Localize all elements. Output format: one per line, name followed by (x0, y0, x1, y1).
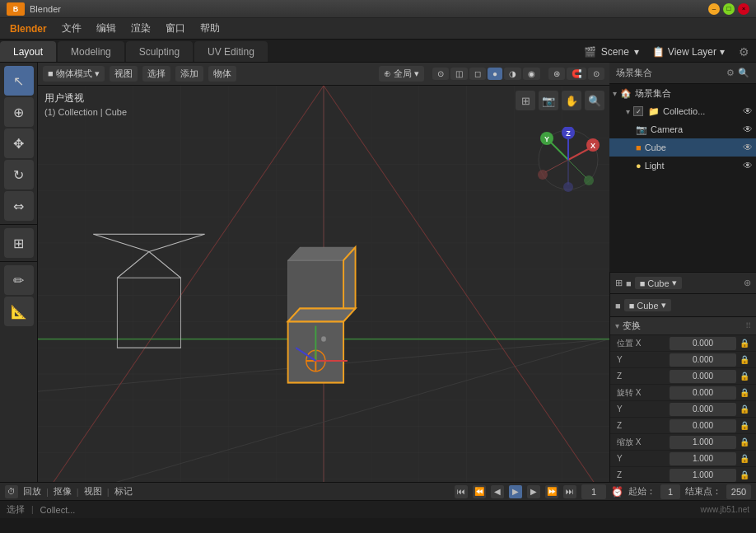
zoom-icon-btn[interactable]: 🔍 (585, 91, 604, 110)
mode-selector[interactable]: ■ 物体模式 ▾ (43, 66, 105, 82)
step-back-btn[interactable]: ◀ (491, 485, 504, 498)
scale-x-lock[interactable]: 🔒 (740, 437, 749, 447)
menu-render[interactable]: 渲染 (124, 20, 157, 37)
next-keyframe-btn[interactable]: ⏩ (545, 485, 558, 498)
scale-z-input[interactable]: 1.000 (670, 469, 736, 482)
end-frame-input[interactable]: 250 (726, 484, 751, 499)
menu-blender[interactable]: Blender (3, 21, 54, 36)
rotate-tool-button[interactable]: ↻ (4, 160, 34, 189)
outliner-camera[interactable]: 📷 Camera 👁 (609, 120, 756, 138)
navigation-gizmo[interactable]: X Y Z (535, 127, 601, 193)
scale-x-input[interactable]: 1.000 (670, 436, 736, 449)
outliner-collectio[interactable]: ▾ ✓ 📁 Collectio... 👁 (609, 102, 756, 120)
outliner-scene-collection[interactable]: ▾ 🏠 场景集合 (609, 84, 756, 102)
watermark-text: www.jb51.net (701, 505, 749, 514)
viewlayer-selector[interactable]: 📋 View Layer ▾ (646, 41, 731, 62)
close-button[interactable]: × (738, 3, 749, 15)
tab-uv-editing[interactable]: UV Editing (194, 41, 268, 62)
measure-tool-button[interactable]: 📐 (4, 297, 34, 326)
snap-toggle[interactable]: 🧲 (567, 68, 586, 80)
shading-wire[interactable]: ◻ (469, 68, 486, 80)
global-icon: ⊕ (384, 68, 391, 78)
annotate-tool-button[interactable]: ✏ (4, 265, 34, 295)
scale-z-lock[interactable]: 🔒 (740, 470, 749, 479)
outliner-filter-icon[interactable]: ⚙ (726, 68, 735, 78)
outliner-cube[interactable]: ■ Cube 👁 (609, 138, 756, 157)
proportional-toggle[interactable]: ⊙ (588, 68, 604, 80)
pos-x-input[interactable]: 0.000 (670, 337, 736, 350)
tab-modeling[interactable]: Modeling (58, 41, 124, 62)
minimize-button[interactable]: – (708, 3, 720, 15)
outliner-light[interactable]: ● Light 👁 (609, 157, 756, 175)
start-frame-input[interactable]: 1 (660, 484, 680, 499)
rot-x-lock[interactable]: 🔒 (740, 388, 749, 397)
viewlayer-dropdown-icon: ▾ (720, 46, 725, 58)
pos-x-lock[interactable]: 🔒 (740, 339, 749, 348)
scale-tool-button[interactable]: ⇔ (4, 191, 34, 221)
mode-icon: ■ (48, 68, 54, 78)
viewlayer-icon: 📋 (652, 46, 665, 58)
gizmo-toggle[interactable]: ⊛ (548, 68, 565, 80)
transform-tool-button[interactable]: ⊞ (4, 228, 34, 258)
scale-y-input[interactable]: 1.000 (670, 452, 736, 465)
obj-data-dropdown[interactable]: ■ Cube ▾ (624, 299, 671, 311)
menu-window[interactable]: 窗口 (159, 20, 192, 37)
add-menu[interactable]: 添加 (175, 66, 203, 82)
select-tool-button[interactable]: ↖ (4, 66, 34, 96)
maximize-button[interactable]: □ (723, 3, 735, 15)
prop-snap-icon[interactable]: ⊛ (744, 278, 751, 288)
tab-layout[interactable]: Layout (0, 41, 56, 62)
viewport-header: ■ 物体模式 ▾ 视图 选择 添加 物体 ⊕ 全局 ▾ ⊙ ◫ ◻ ● ◑ (38, 63, 609, 86)
light-eye[interactable]: 👁 (743, 160, 753, 171)
camera-eye[interactable]: 👁 (743, 124, 753, 135)
rot-z-input[interactable]: 0.000 (670, 419, 736, 432)
cursor-tool-button[interactable]: ⊕ (4, 97, 34, 127)
viewport-canvas[interactable]: 用户透视 (1) Collection | Cube ⊞ 📷 ✋ 🔍 (38, 86, 609, 482)
global-selector[interactable]: ⊕ 全局 ▾ (379, 66, 424, 82)
cube-eye[interactable]: 👁 (743, 142, 753, 153)
grid-icon-btn[interactable]: ⊞ (516, 91, 535, 110)
shading-solid[interactable]: ● (488, 68, 502, 80)
rot-y-input[interactable]: 0.000 (670, 403, 736, 416)
pos-z-input[interactable]: 0.000 (670, 370, 736, 383)
collection-eye[interactable]: 👁 (743, 105, 753, 117)
rot-x-label: 旋转 X (617, 387, 666, 399)
play-btn[interactable]: ▶ (509, 485, 522, 498)
menubar: Blender 文件 编辑 渲染 窗口 帮助 (0, 18, 756, 40)
checkbox-collection[interactable]: ✓ (633, 106, 643, 116)
menu-edit[interactable]: 编辑 (90, 20, 123, 37)
current-frame-input[interactable]: 1 (581, 484, 606, 499)
prev-keyframe-btn[interactable]: ⏪ (473, 485, 486, 498)
pos-z-lock[interactable]: 🔒 (740, 372, 749, 381)
playback-menu-btn[interactable]: ⏱ (5, 485, 18, 498)
outliner-search-icon[interactable]: 🔍 (738, 68, 749, 78)
go-start-btn[interactable]: ⏮ (455, 485, 468, 498)
select-menu[interactable]: 选择 (142, 66, 170, 82)
prop-icon-1: ⊞ (615, 278, 623, 288)
pos-y-lock[interactable]: 🔒 (740, 355, 749, 364)
go-end-btn[interactable]: ⏭ (563, 485, 576, 498)
scene-selector[interactable]: 🎬 Scene ▾ (577, 41, 646, 62)
camera-icon-btn[interactable]: 📷 (539, 91, 558, 110)
pos-y-input[interactable]: 0.000 (670, 353, 736, 367)
hand-icon-btn[interactable]: ✋ (562, 91, 581, 110)
settings-button[interactable]: ⚙ (731, 41, 756, 62)
object-menu[interactable]: 物体 (208, 66, 236, 82)
step-forward-btn[interactable]: ▶ (527, 485, 540, 498)
move-tool-button[interactable]: ✥ (4, 129, 34, 158)
overlay-btn[interactable]: ⊙ (432, 68, 449, 80)
rot-x-input[interactable]: 0.000 (670, 386, 736, 400)
menu-help[interactable]: 帮助 (194, 20, 226, 37)
menu-file[interactable]: 文件 (55, 20, 88, 37)
shading-rendered[interactable]: ◉ (523, 68, 540, 80)
gizmo-svg: X Y Z (535, 127, 601, 193)
transform-section-header[interactable]: ▾ 变换 ⠿ (610, 317, 756, 335)
scale-y-lock[interactable]: 🔒 (740, 454, 749, 463)
rot-y-lock[interactable]: 🔒 (740, 404, 749, 414)
prop-dropdown[interactable]: ■ Cube ▾ (635, 277, 682, 289)
view-menu[interactable]: 视图 (110, 66, 138, 82)
shading-lp[interactable]: ◑ (504, 68, 521, 80)
rot-z-lock[interactable]: 🔒 (740, 421, 749, 430)
tab-sculpting[interactable]: Sculpting (126, 41, 193, 62)
xray-btn[interactable]: ◫ (450, 68, 468, 80)
